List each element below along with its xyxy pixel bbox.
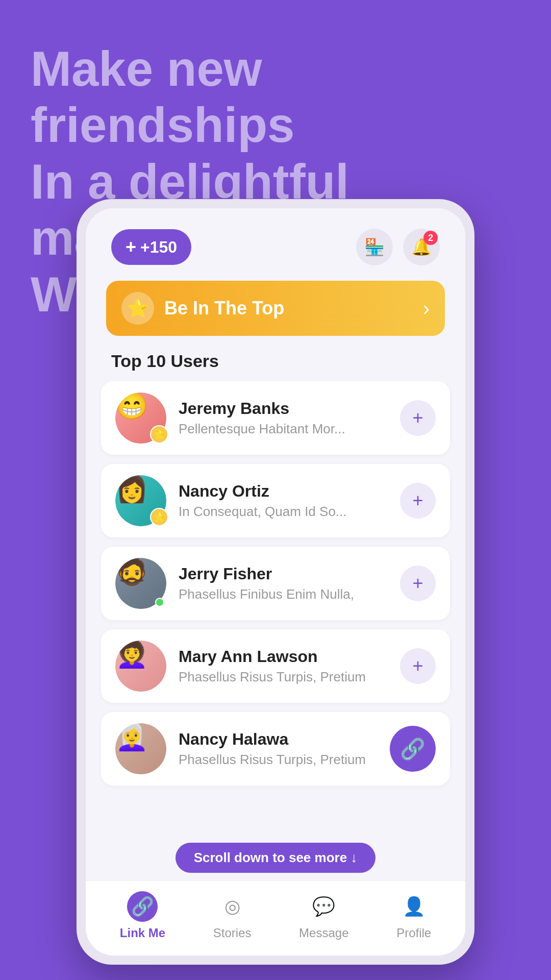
user-info: Jerry FisherPhasellus Finibus Enim Nulla… xyxy=(179,565,388,602)
points-value: +150 xyxy=(140,238,177,257)
banner-label: Be In The Top xyxy=(164,298,413,319)
stories-icon: ◎ xyxy=(217,891,247,922)
user-bio: Phasellus Finibus Enim Nulla, xyxy=(179,586,388,602)
notification-count: 2 xyxy=(423,231,438,245)
store-icon: 🏪 xyxy=(364,237,385,257)
rank-badge-icon: ⭐ xyxy=(150,508,168,526)
user-avatar-wrap: 👩‍🦱 xyxy=(115,641,166,692)
store-button[interactable]: 🏪 xyxy=(356,229,393,265)
nav-label-linkme: Link Me xyxy=(120,926,165,940)
phone-mockup: + +150 🏪 🔔 2 ⭐ Be In The Top › Top 10 Us… xyxy=(77,199,474,965)
user-name: Nancy Ortiz xyxy=(179,482,388,501)
header-icons: 🏪 🔔 2 xyxy=(356,229,440,265)
bottom-navigation: 🔗 Link Me ◎ Stories 💬 Message 👤 Profile xyxy=(86,880,465,955)
app-header: + +150 🏪 🔔 2 xyxy=(86,208,465,276)
points-badge[interactable]: + +150 xyxy=(111,229,191,265)
add-friend-button[interactable]: + xyxy=(400,483,436,519)
scroll-hint-container: Scroll down to see more ↓ xyxy=(86,838,465,880)
online-dot xyxy=(155,598,164,607)
banner-arrow-icon: › xyxy=(423,297,430,320)
user-name: Jerry Fisher xyxy=(179,565,388,583)
nav-label-stories: Stories xyxy=(213,926,252,940)
profile-icon: 👤 xyxy=(398,891,429,922)
user-avatar-wrap: 👩‍🦳 xyxy=(115,723,166,774)
user-item: 👩⭐Nancy OrtizIn Consequat, Quam Id So...… xyxy=(101,464,450,537)
user-info: Mary Ann LawsonPhasellus Risus Turpis, P… xyxy=(179,647,388,685)
user-avatar-wrap: 👩⭐ xyxy=(115,475,166,526)
banner-star-icon: ⭐ xyxy=(121,292,154,325)
top-banner[interactable]: ⭐ Be In The Top › xyxy=(106,281,445,336)
nav-label-message: Message xyxy=(299,926,348,940)
add-friend-button[interactable]: + xyxy=(400,648,436,684)
nav-item-linkme[interactable]: 🔗 Link Me xyxy=(120,891,165,940)
add-friend-button[interactable]: + xyxy=(400,400,436,436)
user-info: Nancy HalawaPhasellus Risus Turpis, Pret… xyxy=(179,730,378,768)
message-icon: 💬 xyxy=(309,891,339,922)
link-button[interactable]: 🔗 xyxy=(390,726,436,772)
add-friend-button[interactable]: + xyxy=(400,566,436,601)
user-info: Nancy OrtizIn Consequat, Quam Id So... xyxy=(179,482,388,520)
phone-screen: + +150 🏪 🔔 2 ⭐ Be In The Top › Top 10 Us… xyxy=(86,208,465,955)
hero-line1: Make new friendships xyxy=(31,41,520,154)
user-item: 👩‍🦳Nancy HalawaPhasellus Risus Turpis, P… xyxy=(101,712,450,786)
link-me-icon: 🔗 xyxy=(127,891,158,922)
user-avatar: 👩‍🦳 xyxy=(115,723,166,774)
user-bio: Phasellus Risus Turpis, Pretium xyxy=(179,669,388,685)
nav-item-message[interactable]: 💬 Message xyxy=(299,891,348,940)
nav-label-profile: Profile xyxy=(396,926,431,940)
section-title: Top 10 Users xyxy=(86,346,465,381)
user-avatar: 👩‍🦱 xyxy=(115,641,166,692)
user-avatar-wrap: 😁⭐ xyxy=(115,393,166,444)
users-list: 😁⭐Jeremy BanksPellentesque Habitant Mor.… xyxy=(86,381,465,838)
user-name: Mary Ann Lawson xyxy=(179,647,388,666)
user-bio: In Consequat, Quam Id So... xyxy=(179,504,388,520)
rank-badge-icon: ⭐ xyxy=(150,425,168,444)
plus-icon: + xyxy=(126,236,136,258)
user-item: 😁⭐Jeremy BanksPellentesque Habitant Mor.… xyxy=(101,381,450,455)
user-bio: Phasellus Risus Turpis, Pretium xyxy=(179,752,378,768)
user-item: 👩‍🦱Mary Ann LawsonPhasellus Risus Turpis… xyxy=(101,629,450,703)
nav-item-profile[interactable]: 👤 Profile xyxy=(396,891,431,940)
user-name: Nancy Halawa xyxy=(179,730,378,749)
scroll-hint-text[interactable]: Scroll down to see more ↓ xyxy=(176,843,376,873)
notification-button[interactable]: 🔔 2 xyxy=(403,229,440,265)
user-name: Jeremy Banks xyxy=(179,399,388,418)
user-info: Jeremy BanksPellentesque Habitant Mor... xyxy=(179,399,388,437)
user-bio: Pellentesque Habitant Mor... xyxy=(179,421,388,437)
nav-item-stories[interactable]: ◎ Stories xyxy=(213,891,252,940)
user-avatar-wrap: 🧔 xyxy=(115,558,166,609)
user-item: 🧔Jerry FisherPhasellus Finibus Enim Null… xyxy=(101,547,450,620)
